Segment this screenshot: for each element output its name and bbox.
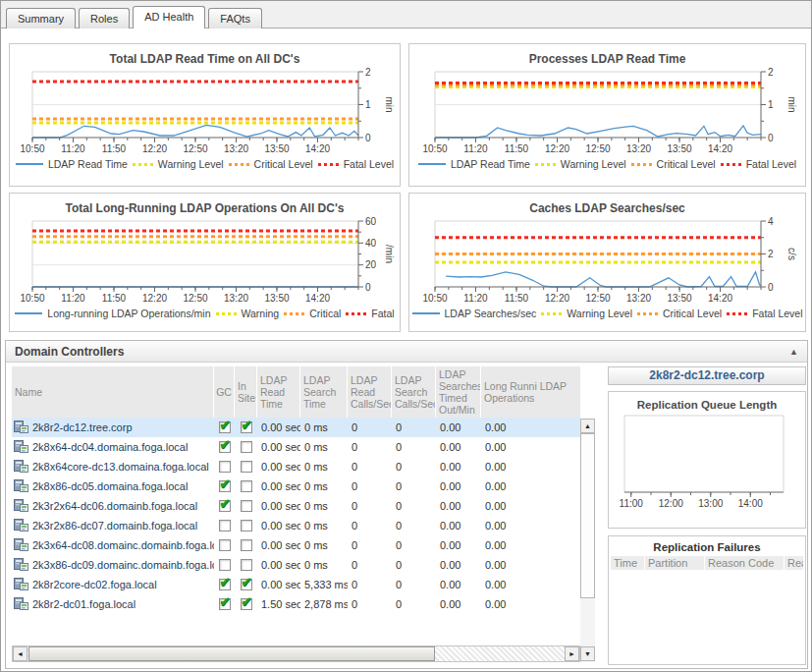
legend-swatch [631,163,652,166]
svg-text:4: 4 [768,216,774,227]
legend-swatch [216,312,237,315]
gc-checkbox[interactable] [219,421,231,433]
tab-faqts[interactable]: FAQts [208,8,262,28]
scroll-up-button[interactable]: ▲ [580,419,595,433]
column-header-ldap-read-time[interactable]: LDAP Read Time [257,366,300,418]
in-site-checkbox[interactable] [241,480,252,492]
table-row[interactable]: 2k3r2x64-dc06.domainb.foga.local0.00 sec… [12,496,580,516]
in-site-checkbox[interactable] [241,598,252,610]
vertical-scroll-thumb[interactable] [580,433,595,598]
failures-column-partition[interactable]: Partition [645,556,704,570]
horizontal-scroll-thumb[interactable] [28,646,435,661]
server-icon [14,498,28,514]
in-site-checkbox[interactable] [241,579,252,590]
legend-swatch [721,163,741,166]
column-header-ldap-search-calls-sec[interactable]: LDAP Search Calls/Sec [392,366,436,418]
column-header-in-site[interactable]: In Site [235,366,257,418]
table-row[interactable]: 2k8x86-dc05.domaina.foga.local0.00 sec0 … [12,476,580,496]
in-site-checkbox[interactable] [241,539,252,551]
selected-dc-button[interactable]: 2k8r2-dc12.tree.corp [608,366,806,385]
column-header-long-runni-ldap-operations[interactable]: Long Runni LDAP Operations [481,366,580,418]
column-header-ldap-read-calls-sec[interactable]: LDAP Read Calls/Sec [348,366,392,418]
gc-checkbox[interactable] [219,461,231,473]
failures-column-reason-code[interactable]: Reason Code [705,556,784,570]
gc-checkbox[interactable] [219,500,231,512]
in-site-checkbox[interactable] [241,500,252,512]
scroll-left-button[interactable]: ◄ [13,646,27,661]
collapse-arrow-icon[interactable]: ▲ [789,347,798,357]
column-header-name[interactable]: Name [12,366,214,418]
horizontal-scrollbar[interactable]: ◄ ► [12,645,580,662]
legend-label: Fatal [371,308,394,319]
legend-swatch [346,312,366,315]
cell-ldap-search-time: 2,878 ms [300,598,348,610]
in-site-cell [235,480,257,492]
legend-swatch [16,163,43,165]
column-header-ldap-search-time[interactable]: LDAP Search Time [300,366,348,418]
table-row[interactable]: 2k8r2core-dc02.foga.local0.00 sec5,333 m… [12,575,580,594]
cell-ldap-read-time: 0.00 sec [257,441,300,453]
cell-ldap-read-calls-sec: 0 [348,421,392,433]
gc-checkbox[interactable] [219,520,231,532]
svg-text:11:20: 11:20 [61,293,85,304]
dc-name-text: 2k8x64core-dc13.domaina.foga.local [32,461,209,473]
cell-ldap-read-calls-sec: 0 [348,539,392,551]
table-row[interactable]: 2k8x64core-dc13.domaina.foga.local0.00 s… [12,457,580,476]
tab-ad-health[interactable]: AD Health [133,6,205,28]
vertical-scrollbar[interactable]: ▲ ▼ [580,419,595,662]
svg-text:11:20: 11:20 [463,143,488,154]
chart-title: Total LDAP Read Time on All DC's [10,52,400,66]
gc-checkbox[interactable] [219,598,231,610]
table-row[interactable]: 2k8r2-dc01.foga.local1.50 sec2,878 ms000… [12,594,580,614]
in-site-checkbox[interactable] [241,421,252,433]
table-row[interactable]: 2k3r2x86-dc07.domainb.foga.local0.00 sec… [12,516,580,535]
tab-roles[interactable]: Roles [79,8,130,28]
gc-checkbox[interactable] [219,539,231,551]
scroll-down-button[interactable]: ▼ [580,646,595,661]
replication-queue-box: Replication Queue Length 11:0012:0013:00… [608,391,806,529]
gc-checkbox[interactable] [219,441,231,453]
svg-text:0: 0 [768,133,774,143]
failures-column-time[interactable]: Time [611,556,644,570]
svg-text:0: 0 [365,282,371,293]
cell-ldap-search-calls-sec: 0 [392,539,436,551]
dc-table: NameGCIn SiteLDAP Read TimeLDAP Search T… [12,366,595,662]
in-site-cell [235,441,257,453]
gc-checkbox[interactable] [219,559,231,571]
in-site-cell [235,461,257,473]
in-site-checkbox[interactable] [241,559,252,571]
svg-text:10:50: 10:50 [20,143,44,154]
in-site-checkbox[interactable] [241,441,252,453]
in-site-checkbox[interactable] [241,520,252,532]
svg-text:12:50: 12:50 [183,143,207,154]
legend-label: Critical Level [254,158,313,170]
cell-ldap-searches-timed-out-min: 0.00 [436,441,481,453]
chart-title: Processes LDAP Read Time [409,52,805,66]
legend-swatch [318,163,339,166]
cell-ldap-read-calls-sec: 0 [348,461,392,473]
table-row[interactable]: 2k3x86-dc09.domainc.domainb.foga.local0.… [12,555,580,575]
table-row[interactable]: 2k3x64-dc08.domainc.domainb.foga.local0.… [12,535,580,555]
dc-name-text: 2k8r2-dc12.tree.corp [32,421,133,433]
in-site-checkbox[interactable] [241,461,252,473]
failures-column-reason[interactable]: Reason [785,556,803,570]
tab-summary[interactable]: Summary [6,8,76,28]
server-icon [14,420,28,435]
table-row[interactable]: 2k8x64-dc04.domaina.foga.local0.00 sec0 … [12,437,580,457]
legend-swatch [284,312,304,315]
column-header-ldap-searches-timed-out-min[interactable]: LDAP Searches Timed Out/Min [436,366,481,418]
cell-long-running-ldap-operations: 0.00 [481,539,538,551]
table-row[interactable]: 2k8r2-dc12.tree.corp0.00 sec0 ms000.000.… [12,418,580,437]
cell-ldap-searches-timed-out-min: 0.00 [436,461,481,473]
gc-checkbox[interactable] [219,480,231,492]
svg-text:13:50: 13:50 [667,293,691,304]
scroll-right-button[interactable]: ► [565,646,579,661]
svg-text:12:00: 12:00 [659,498,683,509]
cell-ldap-read-time: 0.00 sec [257,480,300,492]
svg-text:10:50: 10:50 [20,293,44,304]
legend-label: Long-running LDAP Operations/min [47,308,210,319]
column-header-gc[interactable]: GC [214,366,235,418]
server-icon [14,596,28,612]
gc-checkbox[interactable] [219,579,231,590]
legend-swatch [229,163,249,166]
